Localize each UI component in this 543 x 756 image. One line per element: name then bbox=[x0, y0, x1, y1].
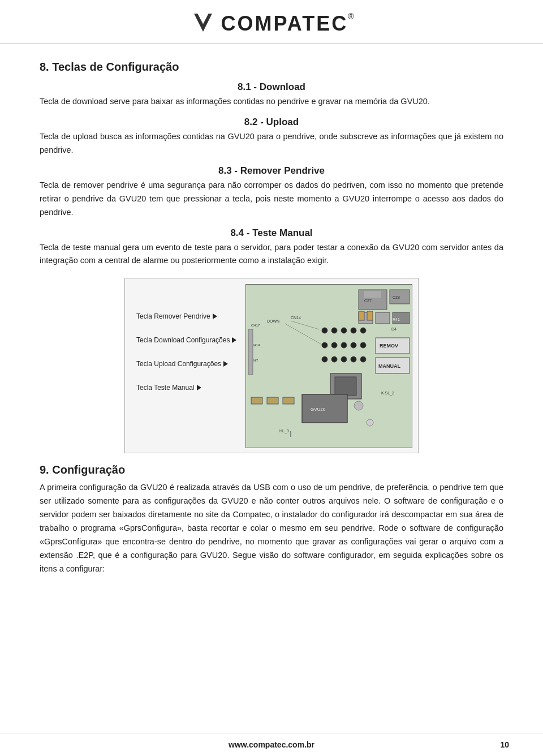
svg-point-27 bbox=[331, 356, 337, 362]
svg-text:HL_3: HL_3 bbox=[279, 429, 289, 433]
svg-point-17 bbox=[331, 328, 337, 333]
section-84-title: 8.4 - Teste Manual bbox=[40, 227, 503, 239]
svg-text:CN14: CN14 bbox=[291, 316, 301, 320]
logo-icon bbox=[189, 10, 217, 37]
svg-rect-51 bbox=[359, 311, 364, 320]
svg-text:DOWN: DOWN bbox=[267, 319, 279, 323]
section-9-body: A primeira configuração da GVU20 é reali… bbox=[40, 481, 503, 575]
svg-point-23 bbox=[341, 342, 347, 348]
section-81-body: Tecla de download serve para baixar as i… bbox=[40, 95, 503, 109]
diagram-labels: Tecla Remover Pendrive Tecla Download Co… bbox=[136, 312, 238, 392]
svg-point-19 bbox=[351, 328, 356, 333]
footer-url: www.compatec.com.br bbox=[229, 740, 314, 749]
section-83-title: 8.3 - Remover Pendrive bbox=[40, 165, 503, 177]
section-82-body: Tecla de upload busca as informações con… bbox=[40, 130, 503, 157]
section-83-body: Tecla de remover pendrive é uma seguranç… bbox=[40, 179, 503, 220]
svg-text:MANUAL: MANUAL bbox=[378, 363, 400, 369]
section-82-title: 8.2 - Upload bbox=[40, 117, 503, 128]
svg-text:REMOV: REMOV bbox=[380, 343, 398, 349]
svg-point-20 bbox=[360, 328, 366, 333]
svg-text:D4: D4 bbox=[391, 327, 397, 331]
svg-point-16 bbox=[322, 328, 327, 333]
svg-rect-35 bbox=[283, 397, 294, 404]
page-wrapper: COMPATEC ® 8. Teclas de Configuração 8.1… bbox=[0, 0, 543, 756]
diagram-label-4: Tecla Teste Manual bbox=[136, 384, 238, 392]
page-number: 10 bbox=[500, 740, 509, 749]
svg-rect-47 bbox=[248, 329, 253, 375]
svg-text:CH17: CH17 bbox=[251, 324, 260, 327]
svg-point-25 bbox=[360, 342, 366, 348]
logo-container: COMPATEC ® bbox=[189, 10, 354, 37]
svg-point-21 bbox=[322, 342, 327, 348]
svg-rect-4 bbox=[364, 291, 381, 298]
diagram-label-3: Tecla Upload Configurações bbox=[136, 360, 238, 368]
svg-text:K  SL_2: K SL_2 bbox=[381, 391, 394, 396]
footer: www.compatec.com.br 10 bbox=[0, 733, 543, 756]
diagram-label-2: Tecla Download Configurações bbox=[136, 336, 238, 344]
section-9-title: 9. Configuração bbox=[40, 463, 503, 476]
logo-reg: ® bbox=[348, 12, 354, 21]
svg-text:C27: C27 bbox=[364, 299, 372, 303]
svg-rect-9 bbox=[376, 312, 390, 324]
svg-point-30 bbox=[360, 356, 366, 362]
svg-text:GVU20: GVU20 bbox=[311, 407, 326, 412]
svg-point-38 bbox=[354, 401, 363, 410]
svg-point-28 bbox=[341, 356, 347, 362]
diagram-label-1: Tecla Remover Pendrive bbox=[136, 312, 238, 320]
logo-text: COMPATEC bbox=[221, 12, 348, 36]
svg-rect-52 bbox=[367, 311, 373, 320]
svg-rect-34 bbox=[267, 397, 278, 404]
svg-point-18 bbox=[341, 328, 347, 333]
diagram-container: Tecla Remover Pendrive Tecla Download Co… bbox=[124, 278, 419, 453]
section-81-title: 8.1 - Download bbox=[40, 81, 503, 93]
svg-text:R41: R41 bbox=[393, 317, 400, 321]
svg-point-22 bbox=[331, 342, 337, 348]
pcb-diagram: C27 C28 R41 REMOV MANUAL bbox=[245, 284, 412, 448]
section-84-body: Tecla de teste manual gera um evento de … bbox=[40, 241, 503, 268]
svg-text:C28: C28 bbox=[393, 295, 400, 299]
svg-point-26 bbox=[322, 356, 327, 362]
svg-rect-33 bbox=[251, 397, 262, 404]
main-section-title: 8. Teclas de Configuração bbox=[40, 61, 503, 74]
content: 8. Teclas de Configuração 8.1 - Download… bbox=[0, 44, 543, 733]
svg-point-29 bbox=[351, 356, 356, 362]
svg-point-39 bbox=[367, 419, 373, 426]
header: COMPATEC ® bbox=[0, 0, 543, 44]
svg-point-24 bbox=[351, 342, 356, 348]
svg-rect-32 bbox=[335, 377, 356, 396]
